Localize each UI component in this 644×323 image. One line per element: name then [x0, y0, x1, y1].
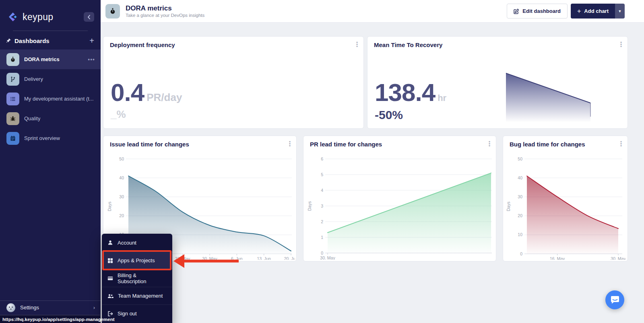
settings-label: Settings	[20, 304, 39, 311]
main-area: DORA metrics Take a glance at your DevOp…	[101, 0, 644, 323]
sidebar-item-label: Quality	[24, 115, 40, 121]
svg-text:13. Jun: 13. Jun	[257, 256, 271, 260]
metric-delta: -50%	[375, 109, 446, 121]
menu-item-apps-projects[interactable]: Apps & Projects	[102, 251, 172, 269]
card-title: Bug lead time for changes	[510, 141, 585, 148]
sidebar-item-label: Sprint overview	[24, 135, 60, 141]
sidebar: keypup Dashboards + DORA metrics	[0, 0, 101, 323]
sign-out-icon	[107, 311, 113, 317]
plus-icon: +	[577, 8, 581, 15]
svg-text:20: 20	[518, 213, 522, 218]
svg-text:0: 0	[520, 251, 522, 256]
sidebar-item-dora-metrics[interactable]: DORA metrics •••	[0, 49, 101, 69]
mttr-sparkline-chart	[505, 72, 591, 123]
menu-item-label: Billing & Subscription	[118, 272, 167, 284]
menu-item-label: Sign out	[118, 311, 137, 317]
edit-pencil-icon	[514, 8, 519, 14]
page-header: DORA metrics Take a glance at your DevOp…	[101, 0, 644, 23]
add-chart-dropdown-button[interactable]: ▼	[615, 4, 625, 19]
pin-icon	[6, 38, 11, 43]
sidebar-item-sprint-overview[interactable]: Sprint overview	[0, 128, 101, 148]
status-url-tooltip: https://hq.keypup.io/app/settings/app-ma…	[0, 315, 100, 323]
sidebar-item-label: Delivery	[24, 76, 43, 82]
svg-text:50: 50	[518, 156, 522, 161]
card-menu-icon[interactable]: •••	[287, 141, 292, 147]
sidebar-settings[interactable]: Settings ›	[0, 300, 101, 314]
add-chart-split-button: + Add chart ▼	[571, 4, 625, 19]
svg-text:30. May: 30. May	[202, 256, 217, 260]
card-menu-icon[interactable]: •••	[619, 141, 623, 147]
dashboard-list: DORA metrics ••• Delivery	[0, 49, 101, 148]
card-title: PR lead time for changes	[310, 141, 382, 148]
logo-row: keypup	[0, 0, 101, 23]
dashboard-content: Deployment frequency ••• 0.4 PR/day _% M…	[101, 23, 644, 261]
calendar-icon	[6, 132, 19, 145]
menu-item-team-management[interactable]: Team Management	[102, 287, 172, 304]
grid-icon	[107, 258, 113, 263]
sidebar-item-label: DORA metrics	[24, 56, 60, 62]
svg-text:4: 4	[321, 188, 323, 193]
svg-text:6: 6	[321, 156, 323, 161]
row-options-icon[interactable]: •••	[88, 56, 95, 63]
menu-item-label: Account	[118, 240, 136, 246]
svg-text:40: 40	[518, 175, 522, 180]
menu-item-account[interactable]: Account	[102, 234, 172, 251]
metric-unit: hr	[438, 93, 446, 103]
card-menu-icon[interactable]: •••	[619, 41, 623, 47]
logo-text: keypup	[23, 12, 54, 23]
svg-text:40: 40	[119, 175, 124, 180]
card-menu-icon[interactable]: •••	[355, 41, 359, 47]
svg-text:10: 10	[518, 232, 522, 237]
card-title: Issue lead time for changes	[110, 141, 189, 148]
svg-text:6. Jun: 6. Jun	[231, 256, 243, 260]
sidebar-item-label: My development assistant (t...	[24, 96, 94, 102]
card-pr-lead-time: PR lead time for changes ••• 012345630. …	[303, 136, 496, 261]
card-menu-icon[interactable]: •••	[487, 141, 492, 147]
menu-item-label: Team Management	[118, 293, 163, 299]
svg-text:30. May: 30. May	[320, 255, 335, 260]
svg-text:30. May: 30. May	[611, 256, 625, 260]
card-title: Mean Time To Recovery	[374, 41, 442, 48]
svg-text:50: 50	[119, 156, 124, 161]
user-avatar	[6, 303, 15, 312]
metric-unit: PR/day	[147, 91, 182, 104]
menu-item-label: Apps & Projects	[118, 257, 155, 263]
add-chart-label: Add chart	[584, 8, 609, 14]
page-subtitle: Take a glance at your DevOps insights	[126, 13, 204, 18]
svg-text:1: 1	[321, 235, 323, 240]
menu-item-billing-subscription[interactable]: Billing & Subscription	[102, 269, 172, 287]
sidebar-collapse-button[interactable]	[84, 12, 94, 22]
metric-value: 138.4	[375, 80, 435, 105]
svg-text:30: 30	[518, 194, 522, 199]
sidebar-section-title: Dashboards	[14, 37, 50, 44]
bug-lead-time-chart: 0102030405016. May30. MayDays	[505, 152, 625, 260]
card-bug-lead-time: Bug lead time for changes ••• 0102030405…	[503, 136, 628, 261]
metric-block: 138.4 hr -50%	[375, 80, 446, 121]
card-mean-time-to-recovery: Mean Time To Recovery ••• 138.4 hr -50%	[367, 36, 628, 129]
add-chart-button[interactable]: + Add chart	[571, 4, 615, 19]
card-title: Deployment frequency	[110, 41, 175, 48]
add-dashboard-button[interactable]: +	[89, 37, 94, 45]
team-icon	[107, 293, 114, 299]
svg-text:5: 5	[321, 172, 323, 177]
svg-text:0: 0	[321, 251, 323, 255]
chevron-right-icon: ›	[93, 304, 95, 311]
stopwatch-icon	[6, 53, 19, 66]
sidebar-item-quality[interactable]: Quality	[0, 109, 101, 128]
pr-lead-time-chart: 012345630. MayDays	[306, 152, 495, 260]
metric-block: 0.4 PR/day _%	[111, 80, 182, 119]
keypup-logo-icon	[6, 10, 19, 23]
sidebar-item-delivery[interactable]: Delivery	[0, 69, 101, 89]
svg-text:20: 20	[119, 213, 124, 218]
credit-card-icon	[107, 276, 113, 281]
edit-dashboard-label: Edit dashboard	[522, 8, 561, 14]
edit-dashboard-button[interactable]: Edit dashboard	[507, 4, 568, 19]
intercom-launcher[interactable]	[605, 290, 624, 309]
svg-text:16. May: 16. May	[550, 256, 565, 260]
user-icon	[107, 240, 113, 245]
svg-text:3: 3	[321, 204, 323, 208]
sidebar-item-dev-assistant[interactable]: My development assistant (t...	[0, 89, 101, 109]
svg-text:23. May: 23. May	[175, 256, 190, 260]
svg-text:30: 30	[119, 194, 124, 199]
svg-text:Days: Days	[107, 202, 112, 211]
